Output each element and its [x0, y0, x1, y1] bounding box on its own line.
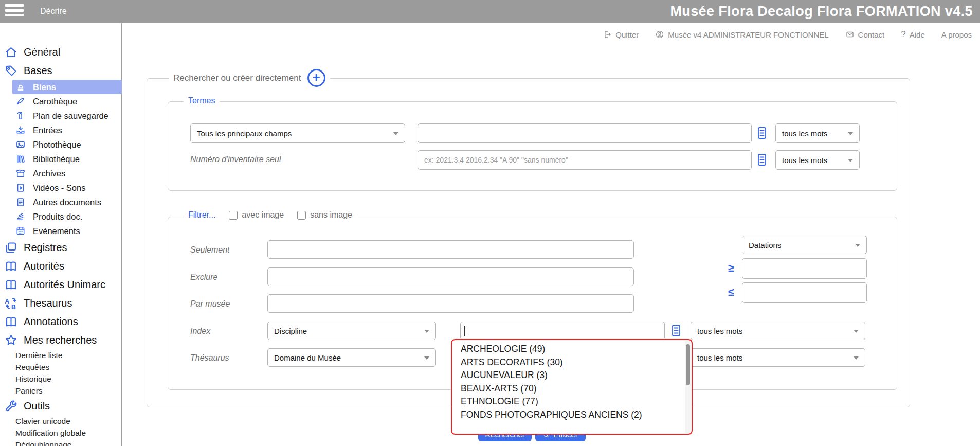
datations-select[interactable]: Datations [742, 236, 867, 254]
index-autocomplete-dropdown: ARCHEOLOGIE (49)ARTS DECORATIFS (30)AUCU… [451, 339, 693, 435]
inventory-number-label: Numéro d'inventaire seul [190, 155, 281, 164]
index-value-input[interactable] [460, 322, 665, 340]
user-account-link[interactable]: Musée v4 ADMINISTRATEUR FONCTIONNEL [655, 30, 828, 39]
sidebar-item-label: Paniers [15, 386, 43, 396]
without-image-checkbox[interactable] [297, 211, 306, 220]
sidebar-item-bases[interactable]: Bases [0, 61, 121, 80]
less-equal-symbol: ≤ [728, 286, 734, 298]
help-link[interactable]: ? Aide [901, 29, 925, 40]
quill-icon [15, 96, 26, 106]
sidebar-item-registres[interactable]: Registres [0, 238, 121, 257]
sidebar-item-autorit-s-unimarc[interactable]: Autorités Unimarc [0, 275, 121, 294]
sidebar-item-label: Requêtes [15, 363, 49, 372]
sidebar-item-autres-documents[interactable]: Autres documents [12, 195, 122, 209]
sidebar-item-archives[interactable]: Archives [12, 166, 122, 181]
chevron-down-icon [855, 244, 860, 247]
chevron-down-icon [848, 132, 853, 135]
sidebar-item-autorit-s[interactable]: Autorités [0, 257, 121, 275]
svg-text:A: A [5, 297, 9, 305]
termes-fieldset: Termes [168, 101, 897, 191]
sidebar-item-entr-es[interactable]: Entrées [12, 123, 122, 137]
date-to-input[interactable] [742, 282, 867, 303]
house-icon [4, 45, 18, 59]
sidebar-item-clavier-unicode[interactable]: Clavier unicode [0, 415, 121, 427]
sidebar-item-vid-os-sons[interactable]: Vidéos - Sons [12, 181, 122, 195]
sidebar-item-label: Autorités [24, 260, 64, 272]
sidebar-item-label: Produits doc. [33, 212, 82, 222]
extinguisher-icon [15, 111, 26, 121]
autocomplete-option[interactable]: FONDS PHOTOGRAPHIQUES ANCIENS (2) [452, 408, 684, 422]
sidebar-item-paniers[interactable]: Paniers [0, 385, 121, 397]
create-record-button[interactable]: + [307, 69, 325, 87]
terms-input[interactable] [418, 123, 752, 143]
open-book-icon [4, 315, 18, 329]
by-museum-input[interactable] [267, 294, 634, 313]
lexicon-picker-icon[interactable] [756, 126, 768, 142]
greater-equal-symbol: ≥ [728, 262, 734, 274]
dropdown-scrollbar-thumb[interactable] [686, 344, 690, 385]
sidebar-item-label: Bibliothèque [33, 154, 80, 164]
sidebar-item-label: Clavier unicode [15, 417, 70, 426]
quit-link[interactable]: Quitter [603, 30, 639, 39]
translate-icon: AB [4, 296, 18, 310]
exclude-input[interactable] [267, 267, 634, 286]
without-image-checkbox-row[interactable]: sans image [297, 210, 352, 220]
with-image-checkbox[interactable] [229, 211, 238, 220]
lexicon-picker-icon[interactable] [670, 324, 682, 340]
sidebar-item-phototh-que[interactable]: Photothèque [12, 137, 122, 152]
terms-words-mode-select[interactable]: tous les mots [775, 123, 860, 143]
sidebar-item-g-n-ral[interactable]: Général [0, 43, 121, 61]
chevron-down-icon [424, 330, 429, 333]
calendar-icon [15, 226, 26, 236]
sidebar-item-biblioth-que[interactable]: Bibliothèque [12, 152, 122, 166]
sidebar-item-label: Vidéos - Sons [33, 183, 85, 193]
autocomplete-option[interactable]: ARTS DECORATIFS (30) [452, 356, 684, 369]
question-mark-icon: ? [901, 29, 905, 40]
sidebar-item-biens[interactable]: Biens [12, 80, 122, 94]
thesaurus-label: Thésaurus [190, 353, 229, 363]
sidebar-item-d-doublonnage[interactable]: Dédoublonnage [0, 439, 121, 446]
sidebar-item-label: Mes recherches [24, 334, 97, 346]
contact-link[interactable]: Contact [845, 30, 885, 39]
sidebar-item-modification-globale[interactable]: Modification globale [0, 427, 121, 439]
autocomplete-option[interactable]: AUCUNEVALEUR (3) [452, 369, 684, 382]
autocomplete-option[interactable]: ARCHEOLOGIE (49) [452, 343, 684, 356]
sidebar-item-label: Autres documents [33, 198, 101, 207]
main-field-select[interactable]: Tous les principaux champs [190, 123, 405, 143]
sidebar-item-label: Entrées [33, 126, 62, 135]
sidebar-item-requ-tes[interactable]: Requêtes [0, 361, 121, 373]
inventory-number-input[interactable]: ex: 2021.3.4 2016.2.34 "A 90" "sans numé… [418, 150, 752, 170]
sidebar-item-ev-nements[interactable]: Evènements [12, 224, 122, 238]
sidebar-item-caroth-que[interactable]: Carothèque [12, 94, 122, 109]
logout-icon [603, 30, 612, 39]
inkwell-icon [15, 82, 26, 92]
sidebar-item-produits-doc-[interactable]: Produits doc. [12, 209, 122, 224]
sidebar-item-label: Thesaurus [24, 297, 72, 309]
sidebar-item-thesaurus[interactable]: ABThesaurus [0, 294, 121, 312]
tag-icon [4, 64, 18, 78]
sidebar-item-annotations[interactable]: Annotations [0, 312, 121, 331]
date-from-input[interactable] [742, 258, 867, 279]
hamburger-menu-icon[interactable] [5, 4, 25, 19]
thesaurus-field-select[interactable]: Domaine du Musée [267, 348, 436, 367]
sidebar-item-mes-recherches[interactable]: Mes recherches [0, 331, 121, 349]
sidebar-item-label: Photothèque [33, 140, 81, 150]
thesaurus-words-mode-select[interactable]: tous les mots [691, 348, 865, 367]
with-image-checkbox-row[interactable]: avec image [229, 210, 284, 220]
about-link[interactable]: A propos [941, 30, 972, 39]
autocomplete-option[interactable]: ETHNOLOGIE (77) [452, 395, 684, 408]
index-field-select[interactable]: Discipline [267, 322, 436, 340]
only-input[interactable] [267, 240, 634, 259]
sidebar-item-historique[interactable]: Historique [0, 373, 121, 385]
inventory-words-mode-select[interactable]: tous les mots [775, 150, 860, 170]
termes-legend: Termes [188, 96, 215, 105]
lexicon-picker-icon[interactable] [756, 153, 768, 169]
filter-legend: Filtrer... [188, 210, 215, 220]
sidebar-item-label: Outils [24, 400, 50, 412]
sidebar-item-plan-de-sauvegarde[interactable]: Plan de sauvegarde [12, 109, 122, 123]
index-words-mode-select[interactable]: tous les mots [691, 322, 865, 340]
sidebar-item-outils[interactable]: Outils [0, 397, 121, 415]
sidebar-item-label: Dernière liste [15, 351, 62, 360]
autocomplete-option[interactable]: BEAUX-ARTS (70) [452, 382, 684, 396]
sidebar-item-derni-re-liste[interactable]: Dernière liste [0, 349, 121, 361]
